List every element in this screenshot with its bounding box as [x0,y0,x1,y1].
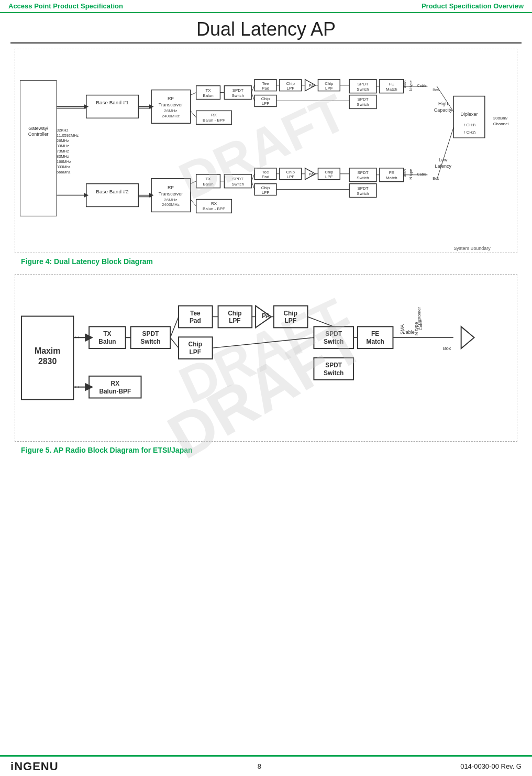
svg-text:LPF: LPF [262,190,270,195]
figure4-caption: Figure 4: Dual Latency Block Diagram [21,257,522,266]
svg-text:Box: Box [433,177,439,180]
svg-text:Maxim: Maxim [35,346,60,355]
svg-text:26MHz: 26MHz [57,138,69,143]
svg-rect-83 [86,184,138,207]
svg-text:LPF: LPF [286,174,294,179]
svg-text:↔: ↔ [73,333,81,341]
svg-rect-16 [86,95,138,118]
company-logo: iNGENU [10,760,59,773]
svg-line-48 [251,93,254,101]
logo-name: NGENU [14,760,58,773]
svg-text:Switch: Switch [324,369,343,377]
svg-text:SPDT: SPDT [325,330,342,337]
svg-text:N type: N type [409,80,413,91]
svg-text:FE: FE [389,170,394,175]
page-number: 8 [258,762,261,770]
svg-marker-199 [461,326,474,348]
svg-text:Chip: Chip [189,341,202,348]
svg-text:33MHz: 33MHz [57,144,69,148]
svg-text:Base Band #1: Base Band #1 [96,100,129,105]
svg-text:73MHz: 73MHz [57,149,69,154]
svg-text:Cable: Cable [402,330,414,335]
svg-text:Capacity: Capacity [434,107,452,113]
svg-text:Balun: Balun [98,338,116,345]
svg-text:Tee: Tee [190,310,201,317]
figure5-diagram: DRAFT Maxim 2830 TX Balun SPDT Switch [15,274,517,442]
svg-text:SMA: SMA [403,80,406,88]
svg-text:PA: PA [309,172,315,177]
svg-line-82 [437,127,453,179]
svg-text:SPDT: SPDT [357,82,368,86]
svg-text:Cable: Cable [417,172,427,176]
svg-text:Match: Match [366,338,384,345]
svg-text:32KHz: 32KHz [57,128,69,133]
svg-text:Tee: Tee [262,81,269,86]
svg-text:Chip: Chip [283,310,297,317]
svg-text:RF: RF [168,185,174,190]
svg-text:666Mhz: 666Mhz [57,170,71,174]
svg-text:Transceiver: Transceiver [159,191,183,196]
svg-text:Chip: Chip [261,96,270,101]
svg-text:Pad: Pad [190,317,201,324]
figure5-caption: Figure 5. AP Radio Block Diagram for ETS… [21,446,522,454]
svg-text:/ CH1\: / CH1\ [464,123,476,127]
page-footer: iNGENU 8 014-0030-00 Rev. G [0,755,532,776]
svg-text:Chip: Chip [325,170,334,174]
svg-text:LPF: LPF [229,317,241,324]
svg-text:Switch: Switch [140,338,160,345]
figure5-wrapper: DRAFT Maxim 2830 TX Balun SPDT Switch [10,274,522,442]
svg-line-170 [170,337,179,348]
svg-text:PA: PA [309,83,315,88]
svg-text:Transceiver: Transceiver [159,102,183,107]
svg-text:SPDT: SPDT [357,186,368,191]
svg-text:Chip: Chip [286,170,295,174]
svg-text:Chip: Chip [228,310,241,317]
svg-text:TX: TX [205,88,211,93]
svg-text:Base Band #2: Base Band #2 [96,189,129,194]
svg-text:333Mhz: 333Mhz [57,165,71,169]
svg-text:RF: RF [168,96,174,101]
svg-text:Latency: Latency [435,163,452,169]
svg-text:2830: 2830 [38,357,57,366]
svg-text:SPDT: SPDT [357,170,368,175]
svg-text:SMA: SMA [403,169,406,177]
svg-text:High: High [438,101,448,106]
svg-line-72 [191,111,196,117]
page-content: Dual Latency AP System Boundary Gateway/… [0,13,532,468]
svg-text:166MHz: 166MHz [57,159,71,164]
svg-text:LPF: LPF [286,86,294,91]
svg-text:Controller: Controller [28,132,49,137]
svg-text:Cable: Cable [417,84,427,88]
svg-text:Pad: Pad [262,86,269,91]
svg-text:Gateway/: Gateway/ [28,126,48,131]
svg-text:LPF: LPF [190,348,202,356]
svg-text:Chip: Chip [261,185,270,190]
svg-text:Cable: Cable [418,319,423,330]
svg-text:SPDT: SPDT [232,88,243,93]
svg-text:FE: FE [389,82,394,86]
svg-text:Switch: Switch [357,191,369,196]
svg-text:Switch: Switch [357,176,369,180]
svg-text:Switch: Switch [357,87,369,92]
svg-text:SPDT: SPDT [325,362,342,369]
svg-text:/ CH2\: / CH2\ [464,130,476,135]
svg-text:N type: N type [409,169,413,179]
svg-rect-1 [20,81,57,216]
svg-text:LPF: LPF [262,101,270,106]
svg-text:30dBm/: 30dBm/ [493,116,508,121]
svg-text:Balun - BPF: Balun - BPF [203,206,225,211]
svg-text:PA: PA [262,312,270,320]
svg-text:LPF: LPF [325,174,333,179]
svg-text:Low: Low [439,157,448,162]
page-header: Access Point Product Specification Produ… [0,0,532,13]
svg-text:RX: RX [111,380,120,387]
main-title: Dual Latency AP [10,18,522,43]
svg-text:2400MHz: 2400MHz [162,202,180,207]
svg-text:Balun-BPF: Balun-BPF [99,388,131,395]
header-left-title: Access Point Product Specification [8,2,123,10]
svg-text:Box: Box [443,346,451,351]
svg-text:SPDT: SPDT [357,97,368,102]
svg-line-47 [251,85,254,93]
svg-text:Balun: Balun [203,93,213,98]
svg-text:SPDT: SPDT [142,330,159,337]
